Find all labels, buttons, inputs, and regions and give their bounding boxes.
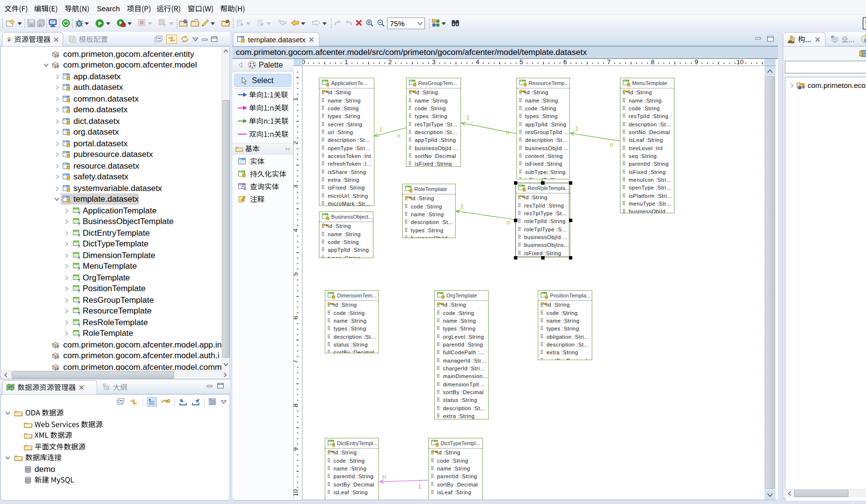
svg-text:n: n <box>506 129 509 136</box>
svg-text:?: ? <box>56 355 59 360</box>
svg-text:10: 10 <box>737 59 743 66</box>
svg-text:?: ? <box>78 300 81 304</box>
svg-text:1: 1 <box>418 483 421 490</box>
svg-text:7: 7 <box>607 59 610 66</box>
svg-text:9: 9 <box>294 447 299 451</box>
svg-text:n: n <box>610 141 613 148</box>
svg-text:n: n <box>382 473 386 480</box>
svg-text:0: 0 <box>302 59 305 66</box>
svg-text:7: 7 <box>294 360 299 363</box>
svg-text:?: ? <box>802 85 805 89</box>
svg-text:3: 3 <box>432 59 435 66</box>
svg-text:1: 1 <box>460 203 463 210</box>
svg-text:?: ? <box>78 233 81 237</box>
svg-text:?: ? <box>78 266 81 270</box>
svg-text:?: ? <box>78 221 81 226</box>
svg-text:2: 2 <box>388 59 391 66</box>
svg-text:n: n <box>545 169 548 176</box>
svg-text:5: 5 <box>294 272 299 276</box>
svg-text:?: ? <box>78 243 81 248</box>
svg-text:1: 1 <box>539 185 543 192</box>
svg-text:1: 1 <box>344 59 348 66</box>
svg-text:10: 10 <box>294 489 299 496</box>
svg-text:?: ? <box>56 65 59 69</box>
svg-text:4: 4 <box>476 59 479 66</box>
svg-text:?: ? <box>78 255 81 260</box>
svg-text:?: ? <box>78 322 81 327</box>
svg-text:9: 9 <box>694 59 698 66</box>
svg-text:2: 2 <box>294 141 299 144</box>
svg-text:1: 1 <box>294 97 299 101</box>
svg-text:n: n <box>506 219 510 226</box>
svg-text:1: 1 <box>575 125 578 132</box>
svg-text:4: 4 <box>294 228 299 232</box>
svg-text:?: ? <box>78 288 81 293</box>
svg-text:?: ? <box>78 278 81 282</box>
svg-text:?: ? <box>78 333 81 337</box>
svg-text:6: 6 <box>294 316 299 319</box>
svg-text:?: ? <box>56 54 59 58</box>
svg-text:?: ? <box>78 311 81 315</box>
svg-text:1: 1 <box>379 126 382 133</box>
svg-text:3: 3 <box>294 185 299 188</box>
svg-text:8: 8 <box>651 59 654 66</box>
svg-text:6: 6 <box>563 59 566 66</box>
svg-text:8: 8 <box>294 403 299 407</box>
svg-text:?: ? <box>56 345 59 349</box>
svg-text:1: 1 <box>466 114 469 121</box>
svg-text:n: n <box>397 132 400 139</box>
svg-text:5: 5 <box>519 59 523 66</box>
svg-text:?: ? <box>78 210 81 215</box>
